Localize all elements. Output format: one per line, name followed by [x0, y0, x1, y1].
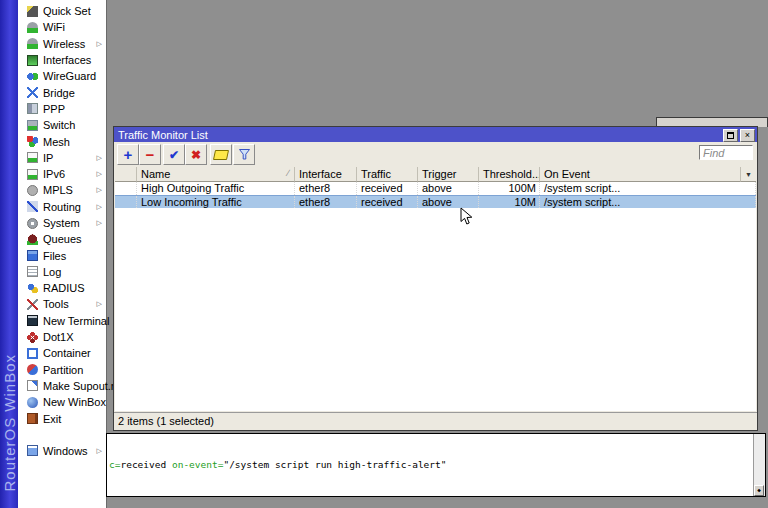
row-on-event-cell: /system script...: [540, 182, 756, 195]
sidebar-item-ppp[interactable]: PPP: [18, 101, 106, 117]
log-list-icon: [27, 266, 38, 277]
sidebar-item-mesh[interactable]: Mesh: [18, 133, 106, 149]
row-interface-cell: ether8: [295, 196, 357, 208]
sidebar-menu: Quick Set WiFi Wireless▷ Interfaces Wire…: [18, 0, 107, 508]
items-count-label: 2 items (1 selected): [118, 415, 214, 427]
row-threshold-cell: 10M: [479, 196, 540, 208]
find-input[interactable]: [699, 145, 753, 160]
submenu-arrow-icon: ▷: [97, 170, 102, 178]
window-title: Traffic Monitor List: [118, 129, 208, 141]
winbox-screen: RouterOS WinBox Quick Set WiFi Wireless▷…: [0, 0, 768, 508]
exit-door-icon: [27, 413, 38, 424]
scroll-down-icon: ◆: [757, 484, 761, 496]
sidebar-item-wifi[interactable]: WiFi: [18, 19, 106, 35]
comment-button[interactable]: [210, 144, 232, 165]
sidebar-item-exit[interactable]: Exit: [18, 410, 106, 426]
brand-vertical-text: RouterOS WinBox: [1, 354, 18, 492]
cross-icon: ✖: [191, 148, 201, 162]
sidebar-item-ipv6[interactable]: IPv6▷: [18, 166, 106, 182]
window-toolbar: + − ✔ ✖: [114, 142, 757, 167]
sidebar-item-queues[interactable]: Queues: [18, 231, 106, 247]
sidebar-item-new-winbox[interactable]: New WinBox: [18, 394, 106, 410]
routing-arrows-icon: [27, 201, 38, 212]
check-icon: ✔: [169, 148, 179, 162]
sidebar-item-interfaces[interactable]: Interfaces: [18, 52, 106, 68]
sidebar-item-log[interactable]: Log: [18, 264, 106, 280]
sidebar-item-bridge[interactable]: Bridge: [18, 84, 106, 100]
traffic-monitor-window: Traffic Monitor List × + − ✔ ✖ Name∕ Int…: [113, 126, 758, 431]
ipv6-icon: [27, 169, 38, 180]
table-row-selected[interactable]: Low Incoming Traffic ether8 received abo…: [115, 195, 756, 208]
submenu-arrow-icon: ▷: [97, 186, 102, 194]
sidebar-item-tools[interactable]: Tools▷: [18, 296, 106, 312]
column-select-button[interactable]: ▼: [740, 167, 756, 182]
sidebar-item-dot1x[interactable]: Dot1X: [18, 329, 106, 345]
row-icon-cell: [115, 196, 137, 208]
row-traffic-cell: received: [357, 196, 418, 208]
remove-button[interactable]: −: [139, 144, 161, 165]
plus-icon: +: [124, 146, 133, 163]
close-button[interactable]: ×: [740, 129, 755, 142]
table-header-row: Name∕ Interface Traffic Trigger Threshol…: [115, 167, 756, 182]
add-button[interactable]: +: [117, 144, 139, 165]
brand-strip: RouterOS WinBox: [0, 0, 18, 508]
supout-page-icon: [27, 380, 38, 391]
close-icon: ×: [745, 131, 750, 140]
column-header-trigger[interactable]: Trigger: [418, 167, 479, 182]
row-name-cell: High Outgoing Traffic: [137, 182, 295, 195]
column-header-name[interactable]: Name∕: [137, 167, 295, 182]
maximize-button[interactable]: [723, 129, 738, 142]
enable-button[interactable]: ✔: [163, 144, 185, 165]
terminal-line: c=received on-event="/system script run …: [109, 459, 763, 471]
sidebar-item-files[interactable]: Files: [18, 247, 106, 263]
sidebar-item-container[interactable]: Container: [18, 345, 106, 361]
row-threshold-cell: 100M: [479, 182, 540, 195]
sidebar-item-windows[interactable]: Windows▷: [18, 443, 106, 459]
queues-gauge-icon: [27, 234, 38, 245]
window-titlebar[interactable]: Traffic Monitor List ×: [114, 127, 757, 142]
submenu-arrow-icon: ▷: [97, 300, 102, 308]
submenu-arrow-icon: ▷: [97, 154, 102, 162]
terminal-window[interactable]: c=received on-event="/system script run …: [106, 433, 766, 497]
terminal-window-icon: [27, 315, 38, 326]
sidebar-item-wireguard[interactable]: WireGuard: [18, 68, 106, 84]
scroll-down-button[interactable]: ◆: [754, 485, 764, 496]
terminal-scrollbar[interactable]: ◆: [753, 434, 765, 496]
sidebar-item-partition[interactable]: Partition: [18, 362, 106, 378]
sidebar-item-system[interactable]: System▷: [18, 215, 106, 231]
sidebar-item-switch[interactable]: Switch: [18, 117, 106, 133]
column-header-traffic[interactable]: Traffic: [357, 167, 418, 182]
submenu-arrow-icon: ▷: [97, 447, 102, 455]
filter-button[interactable]: [233, 144, 255, 165]
magic-wand-icon: [27, 6, 38, 17]
disable-button[interactable]: ✖: [185, 144, 207, 165]
minus-icon: −: [146, 146, 155, 163]
column-header-threshold[interactable]: Threshold...: [479, 167, 540, 182]
column-header-interface[interactable]: Interface: [295, 167, 357, 182]
funnel-icon: [238, 148, 251, 161]
traffic-table: Name∕ Interface Traffic Trigger Threshol…: [115, 167, 756, 411]
row-interface-cell: ether8: [295, 182, 357, 195]
gear-icon: [27, 218, 38, 229]
table-row[interactable]: High Outgoing Traffic ether8 received ab…: [115, 182, 756, 195]
column-header-icon[interactable]: [115, 167, 137, 182]
sidebar-item-make-supout[interactable]: Make Supout.rif: [18, 378, 106, 394]
sidebar-item-radius[interactable]: RADIUS: [18, 280, 106, 296]
sidebar-item-routing[interactable]: Routing▷: [18, 199, 106, 215]
interfaces-port-icon: [27, 55, 38, 66]
folder-icon: [27, 250, 38, 261]
wireless-antenna-icon: [27, 38, 38, 49]
ip-255-icon: [27, 152, 38, 163]
tools-cross-icon: [27, 299, 38, 310]
container-monitor-icon: [27, 348, 38, 359]
sidebar-item-ip[interactable]: IP▷: [18, 150, 106, 166]
terminal-line: admin@MikroTik] /tool/traffic-monitor> a…: [109, 496, 763, 497]
sidebar-item-wireless[interactable]: Wireless▷: [18, 36, 106, 52]
sidebar-item-mpls[interactable]: MPLS▷: [18, 182, 106, 198]
sidebar-item-new-terminal[interactable]: New Terminal: [18, 313, 106, 329]
sidebar-item-quick-set[interactable]: Quick Set: [18, 3, 106, 19]
column-header-on-event[interactable]: On Event: [540, 167, 756, 182]
winbox-globe-icon: [27, 397, 38, 408]
maximize-icon: [727, 132, 734, 139]
chevron-down-icon: ▼: [745, 171, 752, 178]
